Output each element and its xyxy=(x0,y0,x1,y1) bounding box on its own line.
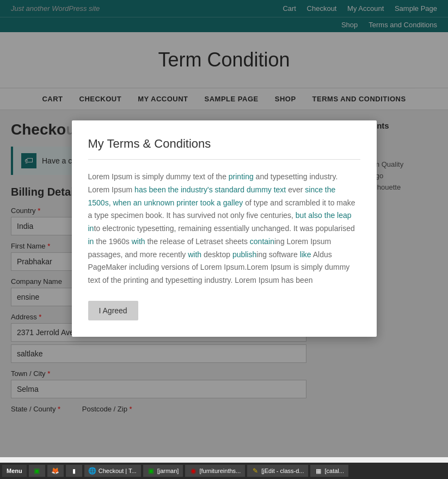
modal-title: My Terms & Conditions xyxy=(88,137,360,151)
agree-button[interactable]: I Agreed xyxy=(88,301,138,320)
modal-box: My Terms & Conditions Lorem Ipsum is sim… xyxy=(72,120,377,337)
modal-divider xyxy=(88,159,360,160)
modal-overlay[interactable]: My Terms & Conditions Lorem Ipsum is sim… xyxy=(0,0,448,431)
modal-body: Lorem Ipsum is simply dummy text of the … xyxy=(88,171,360,287)
